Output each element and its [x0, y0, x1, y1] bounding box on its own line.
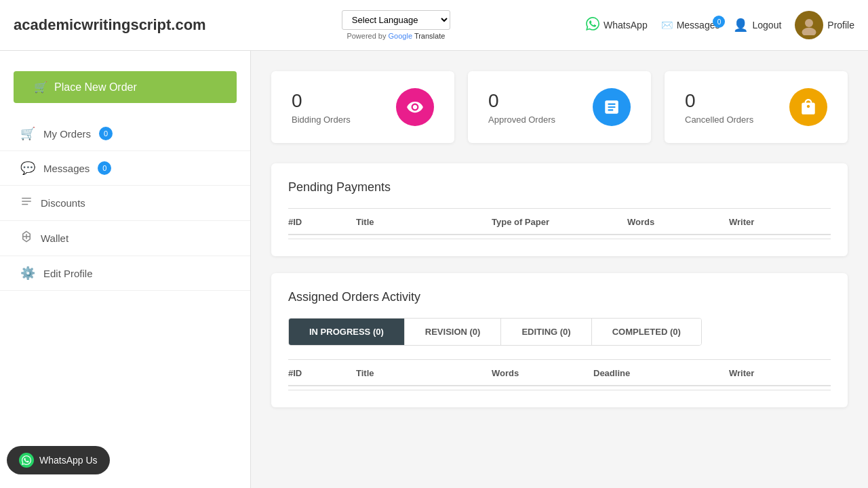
pending-payments-title: Pending Payments — [288, 180, 831, 195]
pending-table-header: #ID Title Type of Paper Words Writer — [288, 209, 831, 235]
my-orders-badge: 0 — [99, 127, 113, 140]
table-divider-bottom — [288, 239, 831, 239]
col-id: #ID — [288, 217, 356, 227]
approved-icon — [593, 88, 631, 126]
main-content: 0 Bidding Orders 0 Approved Orders 0 — [251, 51, 868, 488]
messages-sidebar-badge: 0 — [98, 161, 111, 175]
assigned-table-header: #ID Title Words Deadline Writer — [288, 360, 831, 386]
bidding-label: Bidding Orders — [292, 115, 351, 125]
sidebar: 🛒 Place New Order 🛒 My Orders 0 💬 Messag… — [0, 51, 251, 488]
activity-tabs: IN PROGRESS (0) REVISION (0) EDITING (0)… — [288, 318, 702, 346]
logout-label: Logout — [752, 20, 781, 30]
tab-completed[interactable]: COMPLETED (0) — [592, 319, 701, 345]
sidebar-item-label: Discounts — [41, 197, 85, 209]
header: academicwritingscript.com Select Languag… — [0, 0, 868, 51]
approved-label: Approved Orders — [488, 115, 555, 125]
settings-menu-icon: ⚙️ — [20, 266, 35, 281]
cancelled-count: 0 — [685, 90, 753, 112]
col-writer: Writer — [729, 368, 831, 378]
svg-point-1 — [802, 28, 816, 35]
place-order-label: Place New Order — [54, 81, 137, 94]
pending-payments-section: Pending Payments #ID Title Type of Paper… — [271, 163, 848, 256]
messages-badge-count: 0 — [713, 16, 725, 28]
messages-icon: ✉️ — [661, 20, 673, 30]
bidding-count: 0 — [292, 90, 351, 112]
stat-card-cancelled: 0 Cancelled Orders — [665, 71, 848, 143]
whatsapp-nav-label: WhatsApp — [604, 20, 648, 30]
col-words: Words — [492, 368, 593, 378]
sidebar-item-label: My Orders — [43, 128, 91, 140]
cart-icon: 🛒 — [34, 81, 47, 94]
language-select[interactable]: Select Language — [342, 10, 450, 30]
messages-nav-item[interactable]: ✉️ Messages 0 — [661, 20, 720, 30]
discounts-menu-icon — [20, 195, 33, 211]
col-deadline: Deadline — [593, 368, 729, 378]
whatsapp-footer-icon — [19, 453, 34, 468]
sidebar-item-label: Messages — [43, 163, 90, 174]
sidebar-item-messages[interactable]: 💬 Messages 0 — [0, 151, 250, 186]
powered-by-label: Powered by Google Translate — [347, 32, 445, 40]
place-order-button[interactable]: 🛒 Place New Order — [14, 71, 237, 103]
assigned-table-divider-bottom — [288, 390, 831, 390]
svg-point-0 — [805, 19, 813, 27]
brand-name: academicwritingscript.com — [14, 16, 206, 34]
col-words: Words — [627, 217, 729, 227]
stat-card-approved: 0 Approved Orders — [468, 71, 651, 143]
tab-in-progress[interactable]: IN PROGRESS (0) — [289, 319, 405, 345]
tab-revision[interactable]: REVISION (0) — [405, 319, 502, 345]
cancelled-icon — [789, 88, 827, 126]
sidebar-item-label: Wallet — [41, 232, 68, 244]
wallet-menu-icon — [20, 230, 33, 246]
whatsapp-nav-item[interactable]: WhatsApp — [586, 17, 648, 34]
profile-label: Profile — [827, 20, 854, 30]
col-type: Type of Paper — [492, 217, 627, 227]
sidebar-item-wallet[interactable]: Wallet — [0, 221, 250, 256]
logout-icon: 👤 — [733, 18, 748, 33]
assigned-orders-title: Assigned Orders Activity — [288, 290, 831, 304]
sidebar-item-label: Edit Profile — [43, 268, 93, 279]
sidebar-item-discounts[interactable]: Discounts — [0, 186, 250, 221]
cancelled-label: Cancelled Orders — [685, 115, 753, 125]
whatsapp-footer-button[interactable]: WhatsApp Us — [7, 446, 110, 474]
whatsapp-footer-label: WhatsApp Us — [39, 455, 98, 466]
tab-editing[interactable]: EDITING (0) — [501, 319, 591, 345]
stat-cards: 0 Bidding Orders 0 Approved Orders 0 — [271, 71, 848, 143]
logout-nav-item[interactable]: 👤 Logout — [733, 18, 781, 33]
bidding-icon — [396, 88, 434, 126]
cart-menu-icon: 🛒 — [20, 126, 35, 141]
col-writer: Writer — [729, 217, 831, 227]
layout: 🛒 Place New Order 🛒 My Orders 0 💬 Messag… — [0, 51, 868, 488]
messages-menu-icon: 💬 — [20, 161, 35, 176]
sidebar-item-edit-profile[interactable]: ⚙️ Edit Profile — [0, 256, 250, 291]
col-title: Title — [356, 368, 492, 378]
sidebar-item-my-orders[interactable]: 🛒 My Orders 0 — [0, 117, 250, 151]
stat-card-bidding: 0 Bidding Orders — [271, 71, 454, 143]
header-nav: WhatsApp ✉️ Messages 0 👤 Logout Profile — [586, 11, 854, 39]
profile-nav-item[interactable]: Profile — [795, 11, 854, 39]
col-id: #ID — [288, 368, 356, 378]
avatar — [795, 11, 823, 39]
assigned-orders-section: Assigned Orders Activity IN PROGRESS (0)… — [271, 273, 848, 407]
whatsapp-icon — [586, 17, 599, 34]
col-title: Title — [356, 217, 492, 227]
approved-count: 0 — [488, 90, 555, 112]
language-selector-area: Select Language Powered by Google Transl… — [206, 10, 586, 40]
sidebar-menu: 🛒 My Orders 0 💬 Messages 0 Discounts Wal… — [0, 117, 250, 291]
